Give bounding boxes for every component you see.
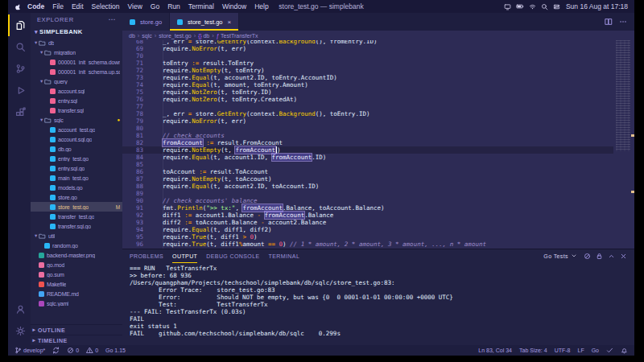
menu-clock[interactable]: Sun 16 Aug at 17:18 [566, 2, 628, 10]
project-section-header[interactable]: ▾ SIMPLEBANK [31, 26, 122, 38]
file-label: models.go [58, 185, 83, 191]
menu-selection[interactable]: Selection [88, 2, 124, 10]
file-label: store_test.go [58, 204, 89, 210]
tree-item-db[interactable]: ▾db [31, 38, 122, 47]
go-file-icon [50, 156, 56, 162]
breadcrumb-sqlc[interactable]: sqlc [142, 33, 151, 39]
output-log[interactable]: === RUN TestTransferTx>> before: 68 936/… [130, 265, 630, 343]
code-line-94: 94 require.Equal(t, diff1, diff2) [122, 226, 613, 233]
tree-item-store-go[interactable]: store.go [31, 192, 122, 202]
status-error[interactable]: 0 [67, 347, 79, 354]
control-center-icon[interactable] [553, 3, 560, 10]
tree-item-entry-sql-go[interactable]: entry.sql.go [31, 163, 122, 173]
panel-tab-output[interactable]: OUTPUT [172, 249, 197, 263]
panel-tab-debug-console[interactable]: DEBUG CONSOLE [206, 249, 259, 263]
tree-item-entry-sql[interactable]: entry.sql [31, 96, 122, 105]
menu-terminal[interactable]: Terminal [184, 2, 218, 10]
sidebar-section-outline[interactable]: ▸OUTLINE [31, 324, 122, 335]
run-debug-icon[interactable] [8, 80, 31, 101]
tree-item-query[interactable]: ▾query [31, 76, 122, 86]
status-bell[interactable] [621, 347, 628, 354]
lock-icon[interactable] [596, 253, 603, 260]
spotlight-icon[interactable] [541, 3, 548, 10]
menu-edit[interactable]: Edit [68, 2, 88, 10]
file-tree[interactable]: ▾db▾migration000001_init_schema.down.sql… [31, 38, 122, 308]
source-control-icon[interactable] [8, 58, 31, 80]
tree-item-go-mod[interactable]: go.mod [31, 260, 122, 269]
tree-item-transfer-sql-go[interactable]: transfer.sql.go [31, 221, 122, 231]
tree-item-models-go[interactable]: models.go [31, 183, 122, 192]
menu-run[interactable]: Run [163, 2, 184, 10]
status-warning[interactable]: 0 [86, 347, 98, 354]
sidebar-section-timeline[interactable]: ▸TIMELINE [31, 335, 122, 345]
tree-item-makefile[interactable]: Makefile [31, 279, 122, 289]
panel-tab-problems[interactable]: PROBLEMS [130, 249, 163, 263]
status-go-1-15[interactable]: Go 1.15 [105, 348, 126, 353]
apple-menu-icon[interactable] [14, 3, 22, 10]
tree-item-account-test-go[interactable]: account_test.go [31, 125, 122, 134]
battery-icon[interactable] [516, 2, 524, 10]
chevron-up-icon[interactable] [608, 253, 615, 260]
status-branch[interactable]: develop* [14, 347, 45, 354]
tree-item-backend-master-png[interactable]: backend-master.png [31, 250, 122, 260]
breadcrumb-store-test-go[interactable]: store_test.go [159, 33, 191, 39]
menu-help[interactable]: Help [250, 2, 272, 10]
code-area[interactable]: 68 _, err = store.GetEntry(context.Backg… [122, 40, 613, 249]
menu-window[interactable]: Window [218, 2, 250, 10]
account-icon[interactable] [8, 298, 31, 320]
wifi-icon[interactable] [529, 3, 536, 10]
tree-item-migration[interactable]: ▾migration [31, 47, 122, 57]
tree-item-000001-init-schema-down-sql[interactable]: 000001_init_schema.down.sql [31, 57, 122, 67]
clear-icon[interactable] [584, 253, 591, 260]
menu-file[interactable]: File [48, 2, 68, 10]
overview-ruler[interactable] [631, 40, 634, 249]
menu-view[interactable]: View [124, 2, 147, 10]
tree-item-util[interactable]: ▾util [31, 231, 122, 241]
tree-item-transfer-sql[interactable]: transfer.sql [31, 105, 122, 115]
output-channel-select[interactable]: Go Tests [543, 253, 577, 260]
tree-item-account-sql[interactable]: account.sql [31, 86, 122, 96]
extensions-icon[interactable] [8, 101, 31, 123]
status-tab-size-4[interactable]: Tab Size: 4 [519, 348, 547, 353]
close-icon[interactable] [620, 253, 627, 260]
tree-item-go-sum[interactable]: go.sum [31, 269, 122, 279]
search-icon[interactable] [8, 36, 31, 58]
tree-item-account-sql-go[interactable]: account.sql.go [31, 134, 122, 144]
split-editor-icon[interactable] [605, 18, 613, 26]
status-go[interactable]: Go [592, 348, 599, 353]
tree-item-main-test-go[interactable]: main_test.go [31, 173, 122, 183]
tree-item-readme-md[interactable]: README.md [31, 289, 122, 298]
status-ln-83-col-34[interactable]: Ln 83, Col 34 [478, 348, 512, 353]
breadcrumb-db[interactable]: {} db [198, 33, 209, 39]
tree-item-000001-init-schema-up-sql[interactable]: 000001_init_schema.up.sql [31, 67, 122, 76]
tab-store-go[interactable]: store.go [122, 13, 170, 31]
menu-code[interactable]: Code [23, 2, 48, 10]
status-check[interactable] [606, 347, 613, 354]
tree-item-sqlc[interactable]: ▾sqlc● [31, 115, 122, 125]
tree-item-random-go[interactable]: random.go [31, 241, 122, 250]
tab-label: store.go [140, 19, 162, 26]
tree-item-sqlc-yaml[interactable]: sqlc.yaml [31, 298, 122, 308]
tab-store-test-go[interactable]: store_test.go× [170, 13, 239, 31]
tree-item-transfer-test-go[interactable]: transfer_test.go [31, 212, 122, 221]
breadcrumb-testtransfertx[interactable]: ƒ TestTransferTx [217, 33, 258, 39]
status-sync[interactable] [52, 347, 60, 354]
close-icon[interactable]: × [227, 19, 231, 26]
settings-icon[interactable] [8, 320, 31, 342]
tree-item-db-go[interactable]: db.go [31, 144, 122, 154]
status-utf-8[interactable]: UTF-8 [555, 348, 571, 353]
explorer-more-icon[interactable]: ⋯ [108, 15, 116, 23]
file-label: go.mod [47, 262, 64, 268]
menu-go[interactable]: Go [147, 2, 163, 10]
status-lf[interactable]: LF [577, 348, 584, 353]
editor[interactable]: store.gostore_test.go× db›sqlc›store_tes… [122, 13, 634, 249]
tree-item-entry-test-go[interactable]: entry_test.go [31, 154, 122, 163]
screen: CodeFileEditSelectionViewGoRunTerminalWi… [8, 0, 634, 356]
breadcrumb-db[interactable]: db [129, 33, 135, 39]
tree-item-store-test-go[interactable]: store_test.goM [31, 202, 122, 212]
display-icon[interactable] [504, 3, 511, 10]
panel-tab-terminal[interactable]: TERMINAL [269, 249, 300, 263]
explorer-icon[interactable] [8, 14, 31, 36]
minimap[interactable] [616, 40, 630, 151]
more-icon[interactable] [619, 18, 627, 26]
